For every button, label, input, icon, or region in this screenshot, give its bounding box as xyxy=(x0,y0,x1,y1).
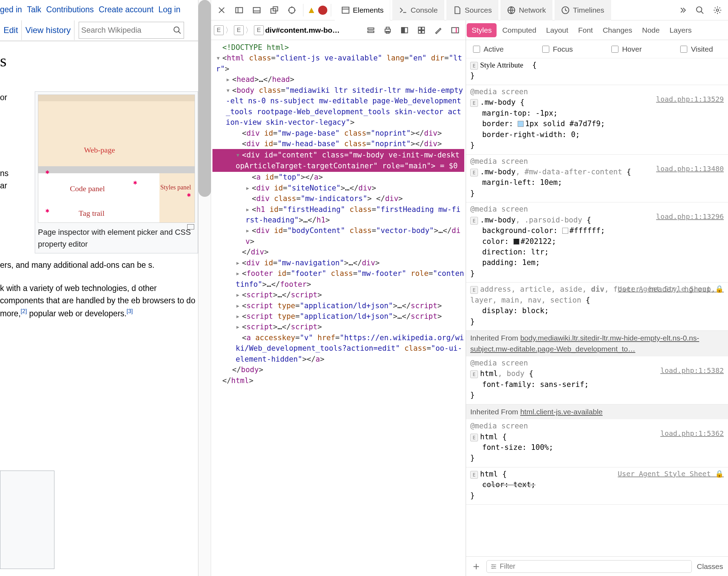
close-devtools-icon[interactable] xyxy=(214,2,229,18)
link-log-in[interactable]: Log in xyxy=(158,5,181,14)
svg-point-22 xyxy=(716,9,719,11)
crumb-element-icon[interactable]: E xyxy=(234,25,244,35)
svg-rect-30 xyxy=(418,27,421,30)
print-styles-icon[interactable] xyxy=(380,22,395,38)
tab-timelines[interactable]: Timelines xyxy=(555,0,611,20)
subtab-computed[interactable]: Computed xyxy=(497,20,541,40)
svg-point-10 xyxy=(289,7,295,13)
inherited-link[interactable]: html.client-js.ve-available xyxy=(520,408,603,416)
page-scrollbar-track[interactable] xyxy=(198,0,211,576)
subtab-styles[interactable]: Styles xyxy=(467,23,497,37)
force-state-icon[interactable] xyxy=(363,22,379,38)
css-rule[interactable]: load.php:1:5382@media screenEhtml, body … xyxy=(466,356,728,405)
tab-console[interactable]: Console xyxy=(392,0,444,20)
wiki-page-tabs: Edit View history xyxy=(0,19,198,41)
style-attribute-rule[interactable]: EStyle Attribute {} xyxy=(466,58,728,85)
pseudo-focus[interactable]: Focus xyxy=(542,45,573,53)
styles-filter-bar: ＋ Classes xyxy=(466,556,728,576)
figure-thumbnail[interactable]: Web-page Code panel Styles panel Tag tra… xyxy=(38,95,195,223)
dark-mode-icon[interactable] xyxy=(397,22,412,38)
link-talk[interactable]: Talk xyxy=(27,5,41,14)
breadcrumb-current[interactable]: div#content.mw-bo… xyxy=(265,26,340,34)
rule-source-link[interactable]: load.php:1:5362 xyxy=(660,428,724,439)
css-rule[interactable]: load.php:1:13480@media screenE.mw-body, … xyxy=(466,155,728,203)
pseudo-hover[interactable]: Hover xyxy=(611,45,642,53)
rule-source-link[interactable]: load.php:1:5382 xyxy=(660,365,724,376)
crumb-element-icon[interactable]: E xyxy=(214,25,224,35)
reference-link[interactable]: [3] xyxy=(126,308,133,314)
css-rule[interactable]: User Agent Style Sheet 🔒Eaddress, articl… xyxy=(466,283,728,331)
chevron-right-icon: 〉 xyxy=(245,25,252,35)
css-rule[interactable]: load.php:1:5362@media screenEhtml {font-… xyxy=(466,419,728,467)
svg-line-1 xyxy=(178,31,181,33)
tab-view-history[interactable]: View history xyxy=(22,20,74,40)
warning-badge-icon[interactable]: ▲ xyxy=(307,5,316,15)
rule-source-link[interactable]: User Agent Style Sheet 🔒 xyxy=(618,284,724,294)
link-logged-in[interactable]: ged in xyxy=(0,5,22,14)
grid-overlay-icon[interactable] xyxy=(414,22,429,38)
figure-caption: Page inspector with element picker and C… xyxy=(38,223,195,250)
rule-source-link[interactable]: load.php:1:13529 xyxy=(656,94,724,104)
tab-edit[interactable]: Edit xyxy=(0,20,22,40)
article-paragraph: ers, and many additional add-ons can be … xyxy=(0,259,198,272)
svg-rect-24 xyxy=(368,31,374,32)
inherited-link[interactable]: body.mediawiki.ltr.sitedir-ltr.mw-hide-e… xyxy=(470,334,699,352)
dock-left-icon[interactable] xyxy=(231,2,247,18)
dock-popout-icon[interactable] xyxy=(267,2,282,18)
filter-input[interactable] xyxy=(500,562,688,570)
svg-rect-32 xyxy=(418,31,421,33)
sources-icon xyxy=(453,6,462,15)
search-icon[interactable] xyxy=(173,25,182,35)
error-badge-icon[interactable] xyxy=(318,6,327,15)
tab-elements[interactable]: Elements xyxy=(335,0,391,20)
dock-bottom-icon[interactable] xyxy=(249,2,264,18)
svg-point-0 xyxy=(174,27,179,32)
element-picker-icon[interactable] xyxy=(284,2,300,18)
dom-tree[interactable]: <!DOCTYPE html><html class="client-js ve… xyxy=(211,40,466,388)
link-contributions[interactable]: Contributions xyxy=(46,5,94,14)
page-scrollbar-thumb[interactable] xyxy=(198,0,211,197)
network-icon xyxy=(507,6,516,15)
rule-source-link[interactable]: load.php:1:13296 xyxy=(656,212,724,222)
filter-box[interactable] xyxy=(486,560,692,573)
article-paragraph: k with a variety of web technologies, d … xyxy=(0,282,198,320)
more-tabs-icon[interactable] xyxy=(675,2,690,18)
settings-icon[interactable] xyxy=(710,2,725,18)
add-rule-icon[interactable]: ＋ xyxy=(471,559,481,574)
subtab-node[interactable]: Node xyxy=(637,20,664,40)
rule-source-link[interactable]: User Agent Style Sheet 🔒 xyxy=(618,469,724,479)
rule-source-link[interactable]: load.php:1:13480 xyxy=(656,164,724,174)
tab-sources[interactable]: Sources xyxy=(446,0,498,20)
devtools-toolbar: ▲ Elements Console Sources Network Timel… xyxy=(211,0,728,20)
inherited-from: Inherited From body.mediawiki.ltr.sitedi… xyxy=(466,331,728,356)
search-input[interactable] xyxy=(81,26,173,35)
crumb-element-icon[interactable]: E xyxy=(254,25,264,35)
css-rule[interactable]: load.php:1:13529@media screenE.mw-body {… xyxy=(466,85,728,155)
classes-toggle[interactable]: Classes xyxy=(697,562,723,571)
inherited-from: Inherited From html.client-js.ve-availab… xyxy=(466,405,728,419)
pseudo-visited[interactable]: Visited xyxy=(680,45,713,53)
pseudo-class-toggles: Active Focus Hover Visited xyxy=(466,40,728,58)
css-rule[interactable]: load.php:1:13296@media screenE.mw-body, … xyxy=(466,202,728,283)
search-devtools-icon[interactable] xyxy=(692,2,708,18)
reference-link[interactable]: [2] xyxy=(21,308,27,314)
toggle-sidebar-icon[interactable] xyxy=(447,22,463,38)
subtab-changes[interactable]: Changes xyxy=(598,20,637,40)
paint-flashing-icon[interactable] xyxy=(431,22,446,38)
timelines-icon xyxy=(561,6,570,15)
article-figure: Web-page Code panel Styles panel Tag tra… xyxy=(35,91,198,253)
pseudo-active[interactable]: Active xyxy=(473,45,504,53)
subtab-layout[interactable]: Layout xyxy=(541,20,573,40)
subtab-font[interactable]: Font xyxy=(573,20,598,40)
page-title: s xyxy=(0,41,198,91)
wiki-search-box[interactable] xyxy=(79,22,184,39)
css-rule[interactable]: User Agent Style Sheet 🔒Ehtml {color: te… xyxy=(466,467,728,505)
tab-network[interactable]: Network xyxy=(500,0,552,20)
css-rules-list[interactable]: EStyle Attribute {}load.php:1:13529@medi… xyxy=(466,58,728,556)
svg-rect-15 xyxy=(342,7,349,13)
expand-icon[interactable] xyxy=(187,224,194,229)
thumb-label-styles: Styles panel xyxy=(160,183,191,193)
link-create-account[interactable]: Create account xyxy=(99,5,153,14)
svg-rect-26 xyxy=(386,27,389,29)
subtab-layers[interactable]: Layers xyxy=(664,20,696,40)
